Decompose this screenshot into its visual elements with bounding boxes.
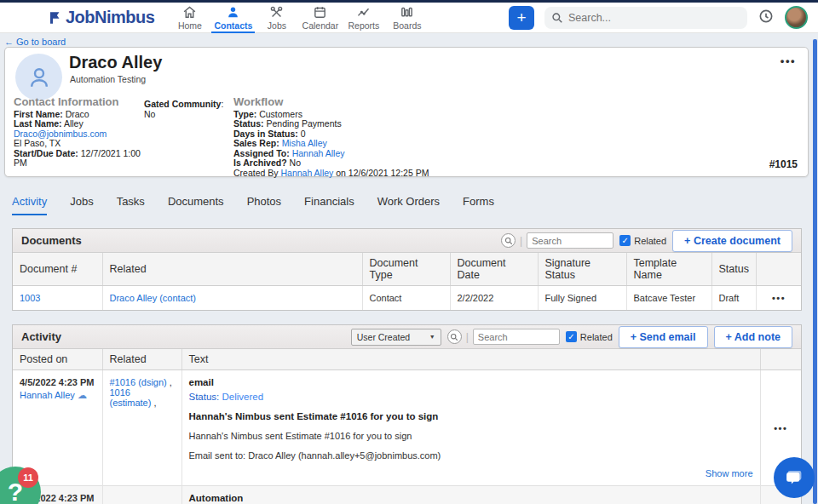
global-search[interactable] <box>544 7 747 29</box>
chevron-down-icon: ▼ <box>429 334 435 340</box>
activity-panel-header: Activity User Created ▼ | ✓ Related + Se… <box>13 325 801 349</box>
created-by-link[interactable]: Hannah Alley <box>280 168 333 178</box>
activity-search: | <box>447 329 560 345</box>
add-note-button[interactable]: + Add note <box>714 326 792 348</box>
status-delivered-link[interactable]: Delivered <box>222 392 264 402</box>
flag-logo-icon <box>48 10 63 26</box>
documents-title: Documents <box>21 234 82 247</box>
document-number-link[interactable]: 1003 <box>20 293 40 303</box>
person-outline-icon <box>25 63 54 92</box>
tab-photos[interactable]: Photos <box>247 190 281 215</box>
col-related[interactable]: Related <box>102 253 362 286</box>
search-icon[interactable] <box>501 233 516 248</box>
activity-type: email <box>189 377 753 387</box>
col-template-name[interactable]: Template Name <box>626 253 711 286</box>
back-arrow-icon: ← <box>4 37 14 47</box>
tab-forms[interactable]: Forms <box>463 190 494 215</box>
col-document-type[interactable]: Document Type <box>362 253 450 286</box>
nav-label: Calendar <box>302 20 339 31</box>
show-more-wrap: Show more <box>189 468 753 478</box>
document-related-link[interactable]: Draco Alley (contact) <box>110 293 196 303</box>
col-signature-status[interactable]: Signature Status <box>538 253 626 286</box>
nav-item-contacts[interactable]: Contacts <box>211 3 255 33</box>
activity-search-input[interactable] <box>473 329 560 345</box>
col-text[interactable]: Text <box>181 349 760 370</box>
activity-row-menu-button[interactable]: ••• <box>774 423 787 433</box>
documents-search-input[interactable] <box>527 232 614 249</box>
chat-widget-button[interactable] <box>774 457 815 498</box>
activity-related-cell <box>102 486 181 504</box>
activity-subject: Hannah's Nimbus sent Estimate #1016 for … <box>189 411 753 421</box>
home-icon <box>182 5 197 20</box>
tab-work-orders[interactable]: Work Orders <box>377 190 440 215</box>
nav-item-jobs[interactable]: Jobs <box>255 3 298 33</box>
tab-jobs[interactable]: Jobs <box>70 190 93 215</box>
document-date-cell: 2/2/2022 <box>450 286 538 311</box>
documents-controls: | ✓ Related + Create document <box>501 230 792 252</box>
col-document-date[interactable]: Document Date <box>450 253 538 286</box>
activity-filter-select[interactable]: User Created ▼ <box>351 329 441 346</box>
documents-header-row: Document # Related Document Type Documen… <box>13 253 801 286</box>
tools-icon <box>269 5 284 20</box>
quick-add-button[interactable]: + <box>509 6 534 30</box>
activity-sent-to-line: Email sent to: Draco Alley (hannah.alley… <box>189 450 753 461</box>
posted-by-link[interactable]: Hannah Alley <box>20 390 75 400</box>
activity-panel: Activity User Created ▼ | ✓ Related + Se… <box>12 324 802 504</box>
page-scrollbar[interactable] <box>813 39 817 504</box>
related-estimate-link[interactable]: 1016 (estimate) <box>110 387 152 408</box>
documents-search: | <box>501 232 614 249</box>
nav-item-boards[interactable]: Boards <box>385 3 429 33</box>
signature-status-cell: Fully Signed <box>538 286 626 311</box>
send-email-button[interactable]: + Send email <box>619 326 708 348</box>
nav-item-calendar[interactable]: Calendar <box>298 3 342 33</box>
documents-panel-header: Documents | ✓ Related + Create document <box>13 229 801 253</box>
col-related[interactable]: Related <box>102 349 181 370</box>
logo-text: JobNimbus <box>66 8 154 27</box>
activity-body-line: Hannah's Nimbus sent Estimate #1016 for … <box>189 431 753 441</box>
contact-subtitle: Automation Testing <box>70 74 146 84</box>
show-more-link[interactable]: Show more <box>706 468 753 478</box>
posted-by: Hannah Alley ☁ <box>20 390 95 401</box>
related-checkbox[interactable]: ✓ <box>619 235 631 246</box>
board-columns-icon <box>400 5 414 20</box>
document-number-cell: 1003 <box>13 286 102 311</box>
start-due-row: Start/Due Date: 12/7/2021 1:00 PM <box>14 149 141 169</box>
col-status[interactable]: Status <box>711 253 756 286</box>
search-icon[interactable] <box>447 329 462 344</box>
sales-rep-link[interactable]: Misha Alley <box>282 138 327 148</box>
tab-documents[interactable]: Documents <box>168 190 224 215</box>
user-avatar[interactable] <box>785 6 808 29</box>
create-document-button[interactable]: + Create document <box>672 230 792 252</box>
contact-email-link[interactable]: Draco@jobnimbus.com <box>14 129 107 139</box>
global-search-input[interactable] <box>568 12 722 24</box>
activity-controls: User Created ▼ | ✓ Related + Send email … <box>351 326 792 348</box>
tab-activity[interactable]: Activity <box>12 190 47 215</box>
tab-financials[interactable]: Financials <box>304 190 354 215</box>
go-to-board-link[interactable]: ← Go to board <box>4 37 66 47</box>
tab-tasks[interactable]: Tasks <box>117 190 145 215</box>
activity-title: Activity <box>21 330 61 343</box>
related-dsign-link[interactable]: #1016 (dsign) <box>110 377 167 387</box>
template-name-cell: Batcave Tester <box>626 286 711 311</box>
contact-summary-card: Draco Alley Automation Testing ••• Conta… <box>4 47 809 177</box>
posted-date: 4/5/2022 4:23 PM <box>20 377 95 387</box>
help-notification-badge: 11 <box>18 467 38 488</box>
gated-community-field: Gated Community: No <box>144 100 229 119</box>
trend-chart-icon <box>356 5 371 20</box>
activity-type: Automation <box>189 493 753 503</box>
main-nav: Home Contacts Jobs Calendar Reports Boar… <box>168 3 429 33</box>
related-label: Related <box>634 236 666 246</box>
activity-related-cell: #1016 (dsign) , 1016 (estimate) , <box>102 370 181 486</box>
history-button[interactable] <box>758 8 775 28</box>
nav-item-home[interactable]: Home <box>168 3 211 33</box>
col-document-number[interactable]: Document # <box>13 253 102 286</box>
card-menu-button[interactable]: ••• <box>781 54 796 67</box>
related-checkbox[interactable]: ✓ <box>566 331 577 342</box>
jobnimbus-logo[interactable]: JobNimbus <box>48 8 154 27</box>
documents-related-filter: ✓ Related <box>619 235 666 246</box>
assigned-to-link[interactable]: Hannah Alley <box>292 148 345 158</box>
contact-info-heading: Contact Information <box>14 97 141 107</box>
col-posted-on[interactable]: Posted on <box>13 349 102 370</box>
document-row-menu-button[interactable]: ••• <box>772 293 786 303</box>
nav-item-reports[interactable]: Reports <box>342 3 385 33</box>
